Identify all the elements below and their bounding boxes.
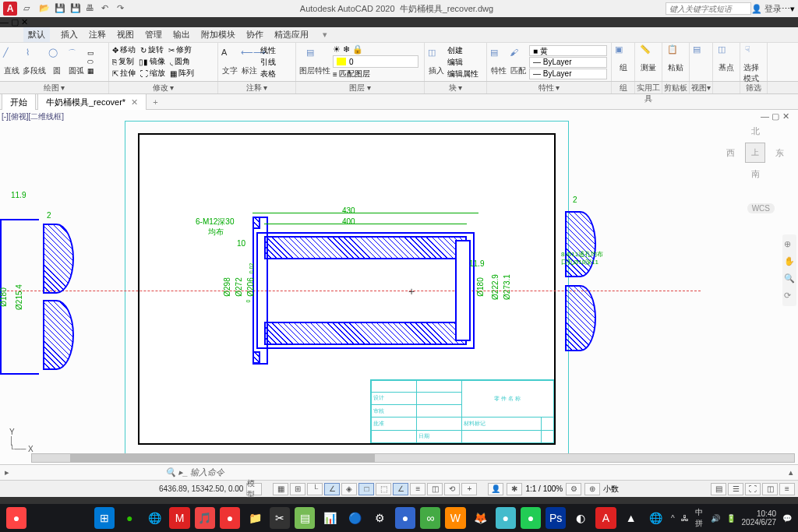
custom-toggle[interactable]: ≡ (779, 483, 795, 495)
tb-app8[interactable]: ● (395, 507, 415, 529)
open-icon[interactable]: 📂 (39, 3, 50, 14)
base-button[interactable]: ◫基点 (716, 44, 736, 73)
signin-button[interactable]: 👤 登录 (751, 3, 782, 15)
hscrollbar[interactable] (31, 453, 795, 463)
minimize-button[interactable]: — (0, 17, 9, 26)
tb-app4[interactable]: ● (220, 507, 240, 529)
rotate-button[interactable]: ↻ 旋转 (140, 44, 164, 55)
nav-orbit-icon[interactable]: ⟳ (784, 291, 795, 301)
tray-vol-icon[interactable]: 🔊 (711, 514, 720, 523)
tb-app9[interactable]: ∞ (420, 507, 440, 529)
color-dropdown[interactable]: ■ 黄 (529, 45, 607, 56)
tb-app15[interactable]: 🌐 (646, 507, 666, 529)
view-button[interactable]: ▤ (693, 44, 709, 62)
trim-button[interactable]: ✂ 修剪 (168, 44, 192, 55)
cmd-toggle-icon[interactable]: ▸ (5, 467, 9, 477)
stretch-button[interactable]: ⇱ 拉伸 (112, 68, 136, 79)
paste-button[interactable]: 📋粘贴 (666, 44, 686, 73)
new-icon[interactable]: ▱ (23, 3, 34, 14)
close-tab-icon[interactable]: ✕ (131, 97, 138, 107)
tray-up-icon[interactable]: ^ (671, 514, 675, 523)
wcs-label[interactable]: WCS (747, 203, 775, 213)
tab-featured[interactable]: 精选应用 (274, 29, 309, 41)
tb-ps[interactable]: Ps (546, 507, 566, 529)
nav-wheel-icon[interactable]: ⊕ (784, 239, 795, 250)
match-button[interactable]: 🖌匹配 (510, 48, 527, 76)
3dosnap-toggle[interactable]: ⬚ (376, 483, 391, 495)
viewcube-w[interactable]: 西 (726, 147, 735, 159)
tb-chrome[interactable]: 🔵 (345, 507, 365, 529)
measure-button[interactable]: 📏测量 (638, 44, 659, 73)
maximize-button[interactable]: ▢ (11, 17, 19, 26)
polar-toggle[interactable]: ∠ (324, 483, 340, 495)
viewcube-e[interactable]: 东 (775, 147, 784, 159)
layerprops-button[interactable]: ▤图层特性 (299, 48, 330, 76)
tb-app14[interactable]: ▲ (621, 507, 641, 529)
edit-button[interactable]: 编辑 (447, 57, 463, 68)
tb-app12[interactable]: ● (521, 507, 541, 529)
start-button[interactable]: ⊞ (94, 507, 115, 529)
cmd-expand-icon[interactable]: ▴ (789, 467, 793, 477)
start-tab[interactable]: 开始 (2, 93, 36, 111)
array-button[interactable]: ▦ 阵列 (170, 68, 194, 79)
table-button[interactable]: 表格 (260, 69, 276, 79)
tray-ime[interactable]: 中 拼 (695, 507, 704, 529)
tb-autocad[interactable]: A (595, 507, 616, 529)
lwt-toggle[interactable]: ≡ (410, 483, 425, 495)
tab-output[interactable]: 输出 (173, 29, 190, 41)
layer-icon1[interactable]: ☀ (333, 44, 341, 55)
search-input[interactable] (666, 2, 751, 15)
help-icon[interactable]: ▾ (790, 4, 795, 14)
tab-view[interactable]: 视图 (117, 29, 134, 41)
dim-button[interactable]: ⟵⟶标注 (241, 48, 258, 76)
nav-pan-icon[interactable]: ✋ (784, 256, 795, 267)
tb-app2[interactable]: M (169, 507, 189, 529)
units-toggle[interactable]: ⊕ (584, 483, 600, 495)
close-button[interactable]: ✕ (21, 17, 28, 26)
fillet-button[interactable]: ◟ 圆角 (170, 56, 190, 67)
layer-icon3[interactable]: 🔒 (352, 44, 363, 55)
editattr-button[interactable]: 编辑属性 (447, 69, 478, 79)
command-line[interactable]: ▸ 🔍 ▸_ 输入命令 ▴ (0, 464, 798, 480)
tb-app1[interactable]: ● (6, 507, 26, 529)
tray-net-icon[interactable]: 🖧 (681, 514, 689, 523)
scale-button[interactable]: ⛶ 缩放 (140, 68, 165, 79)
transp-toggle[interactable]: ◫ (427, 483, 443, 495)
qs-toggle[interactable]: ☰ (728, 483, 743, 495)
linetype-dropdown[interactable]: — ByLayer (529, 69, 607, 79)
saveas-icon[interactable]: 💾 (70, 3, 81, 14)
vp-max-icon[interactable]: ▢ (772, 111, 781, 121)
osnap-toggle[interactable]: □ (358, 483, 374, 495)
iso-toggle[interactable]: ◈ (341, 483, 357, 495)
model-button[interactable]: 模型 (246, 483, 262, 495)
layer-dropdown[interactable]: 0 (333, 55, 418, 68)
plot-icon[interactable]: 🖶 (86, 3, 97, 14)
insert-button[interactable]: ◫插入 (428, 48, 445, 76)
clean-toggle[interactable]: ◫ (762, 483, 778, 495)
tb-app3[interactable]: 🎵 (195, 507, 215, 529)
tb-app10[interactable]: 🦊 (471, 507, 491, 529)
dyn-toggle[interactable]: + (461, 483, 477, 495)
viewcube-s[interactable]: 南 (751, 168, 760, 180)
tab-overflow-icon[interactable]: ▾ (323, 30, 327, 40)
otrack-toggle[interactable]: ∠ (393, 483, 408, 495)
viewport-label[interactable]: [-][俯视][二维线框] (2, 111, 64, 122)
move-button[interactable]: ✥ 移动 (112, 44, 136, 55)
tb-wps[interactable]: W (445, 507, 465, 529)
tray-batt-icon[interactable]: 🔋 (726, 514, 736, 523)
drawing-canvas[interactable]: [-][俯视][二维线框] — ▢ ✕ 430 400 6-M12深30 均布 … (0, 110, 798, 464)
circle-button[interactable]: ◯圆 (48, 48, 65, 76)
save-icon[interactable]: 💾 (55, 3, 65, 14)
tab-insert[interactable]: 插入 (61, 29, 78, 41)
tb-app11[interactable]: ● (496, 507, 516, 529)
tab-collab[interactable]: 协作 (246, 29, 263, 41)
tb-app7[interactable]: ⚙ (370, 507, 390, 529)
leader-button[interactable]: 引线 (260, 57, 276, 68)
arc-button[interactable]: ⌒圆弧 (68, 48, 85, 76)
doc-tab[interactable]: 牛奶桶模具_recover* ✕ (37, 93, 147, 111)
nav-zoom-icon[interactable]: 🔍 (784, 273, 795, 284)
tab-annotate[interactable]: 注释 (89, 29, 106, 41)
copy-button[interactable]: ⎘ 复制 (112, 56, 134, 67)
cycle-toggle[interactable]: ⟲ (444, 483, 460, 495)
clock[interactable]: 10:40 2024/6/27 (742, 509, 777, 527)
